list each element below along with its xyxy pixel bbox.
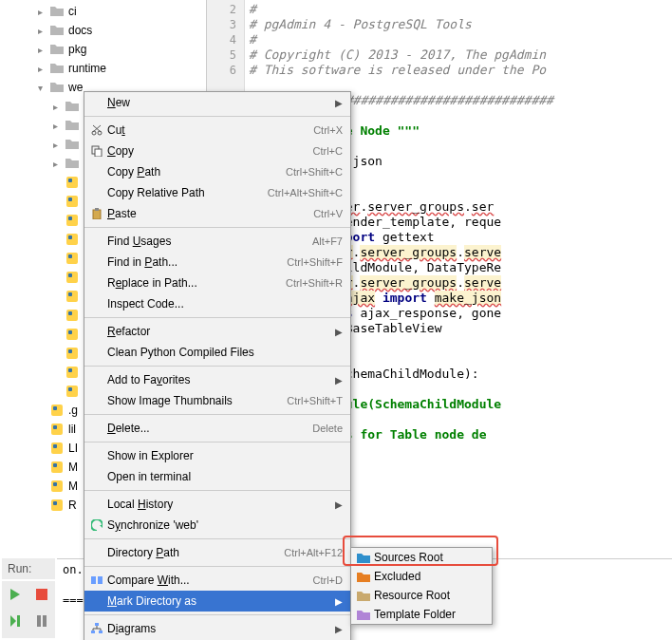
submenu-item-label: Sources Root <box>374 551 443 564</box>
svg-rect-3 <box>68 198 72 201</box>
menu-item-label: Compare With... <box>107 574 306 587</box>
menu-clean-python-compiled-files[interactable]: Clean Python Compiled Files <box>84 342 350 363</box>
python-file-icon <box>49 403 65 418</box>
menu-find-in-path-[interactable]: Find in Path...Ctrl+Shift+F <box>84 252 350 273</box>
menu-copy-path[interactable]: Copy PathCtrl+Shift+C <box>84 161 350 182</box>
menu-item-label: Inspect Code... <box>107 297 343 311</box>
svg-rect-51 <box>36 589 47 600</box>
menu-mark-directory-as[interactable]: Mark Directory as▶ <box>84 591 350 612</box>
sync-icon <box>88 518 105 533</box>
menu-show-image-thumbnails[interactable]: Show Image ThumbnailsCtrl+Shift+T <box>84 390 350 411</box>
svg-rect-21 <box>68 368 72 372</box>
run-pause-icon[interactable] <box>30 610 53 632</box>
python-file-icon <box>65 175 80 190</box>
svg-rect-19 <box>68 349 72 353</box>
run-panel-label: Run: <box>2 558 55 579</box>
submenu-item-label: Template Folder <box>374 608 456 621</box>
submenu-sources-root[interactable]: Sources Root <box>351 548 492 567</box>
menu-local-history[interactable]: Local History▶ <box>84 494 350 515</box>
mark-directory-submenu[interactable]: Sources RootExcludedResource RootTemplat… <box>350 547 493 625</box>
menu-cut[interactable]: CutCtrl+X <box>84 120 350 141</box>
svg-rect-14 <box>66 310 78 321</box>
svg-rect-6 <box>66 234 78 245</box>
menu-item-label: Paste <box>107 207 306 220</box>
python-file-icon <box>49 441 65 456</box>
menu-refactor[interactable]: Refactor▶ <box>84 321 350 342</box>
svg-rect-15 <box>68 311 72 315</box>
menu-find-usages[interactable]: Find UsagesAlt+F7 <box>84 231 350 252</box>
folder-icon <box>65 156 80 171</box>
diagram-icon <box>88 621 105 636</box>
python-file-icon <box>65 365 80 380</box>
menu-directory-path[interactable]: Directory PathCtrl+Alt+F12 <box>84 542 350 563</box>
submenu-arrow-icon: ▶ <box>335 596 343 607</box>
python-file-icon <box>65 213 80 228</box>
menu-show-in-explorer[interactable]: Show in Explorer <box>84 445 350 466</box>
run-step-icon[interactable] <box>4 610 27 632</box>
svg-rect-41 <box>95 208 99 211</box>
copy-icon <box>88 143 105 159</box>
svg-rect-0 <box>66 177 78 188</box>
menu-item-label: Synchronize 'web' <box>107 518 343 532</box>
svg-rect-1 <box>68 179 72 182</box>
menu-diagrams[interactable]: Diagrams▶ <box>84 618 350 639</box>
menu-item-label: Show in Explorer <box>107 449 343 462</box>
context-menu[interactable]: New▶CutCtrl+XCopyCtrl+CCopy PathCtrl+Shi… <box>84 91 351 640</box>
menu-item-label: Mark Directory as <box>107 594 331 608</box>
shortcut-label: Ctrl+Shift+F <box>287 256 343 268</box>
svg-rect-33 <box>53 482 57 486</box>
tree-node[interactable]: ▸docs <box>0 21 206 40</box>
svg-rect-35 <box>53 501 57 505</box>
menu-item-label: Refactor <box>107 325 331 338</box>
shortcut-label: Alt+F7 <box>312 235 343 247</box>
menu-paste[interactable]: PasteCtrl+V <box>84 203 350 224</box>
svg-rect-50 <box>17 615 20 627</box>
menu-synchronize-web-[interactable]: Synchronize 'web' <box>84 515 350 536</box>
python-file-icon <box>49 422 65 437</box>
folder-icon <box>65 118 80 133</box>
run-stop-icon[interactable] <box>30 583 53 606</box>
menu-open-in-terminal[interactable]: Open in terminal <box>84 466 350 487</box>
menu-add-to-favorites[interactable]: Add to Favorites▶ <box>84 369 350 390</box>
shortcut-label: Ctrl+Shift+T <box>287 395 343 406</box>
svg-rect-43 <box>98 576 103 584</box>
menu-inspect-code-[interactable]: Inspect Code... <box>84 293 350 314</box>
svg-rect-42 <box>91 576 96 584</box>
menu-item-label: Find in Path... <box>107 255 279 269</box>
svg-rect-9 <box>68 254 72 258</box>
tree-node[interactable]: ▸pkg <box>0 40 206 59</box>
svg-rect-53 <box>43 615 47 627</box>
shortcut-label: Ctrl+D <box>313 574 343 586</box>
submenu-template-folder[interactable]: Template Folder <box>351 605 492 624</box>
menu-replace-in-path-[interactable]: Replace in Path...Ctrl+Shift+R <box>84 273 350 293</box>
svg-rect-16 <box>66 329 78 340</box>
run-play-icon[interactable] <box>4 583 27 606</box>
tree-node[interactable]: ▸ci <box>0 2 206 21</box>
shortcut-label: Ctrl+Shift+R <box>286 277 343 289</box>
folder-color-icon <box>355 608 372 621</box>
menu-item-label: Cut <box>107 123 306 137</box>
submenu-arrow-icon: ▶ <box>335 327 343 337</box>
submenu-excluded[interactable]: Excluded <box>351 567 492 586</box>
menu-compare-with-[interactable]: Compare With...Ctrl+D <box>84 570 350 591</box>
menu-copy-relative-path[interactable]: Copy Relative PathCtrl+Alt+Shift+C <box>84 182 350 203</box>
python-file-icon <box>65 251 80 266</box>
svg-rect-12 <box>66 291 78 302</box>
tree-node[interactable]: ▸runtime <box>0 59 206 78</box>
folder-color-icon <box>355 570 372 583</box>
svg-rect-32 <box>51 480 63 492</box>
menu-copy[interactable]: CopyCtrl+C <box>84 141 350 161</box>
svg-rect-31 <box>53 463 57 467</box>
shortcut-label: Ctrl+Alt+F12 <box>284 547 343 558</box>
menu-delete-[interactable]: Delete...Delete <box>84 418 350 439</box>
svg-rect-23 <box>68 387 72 391</box>
menu-new[interactable]: New▶ <box>84 92 350 113</box>
menu-item-label: Show Image Thumbnails <box>107 394 279 407</box>
svg-rect-10 <box>66 272 78 283</box>
submenu-resource-root[interactable]: Resource Root <box>351 586 492 605</box>
svg-marker-49 <box>10 615 16 627</box>
svg-rect-18 <box>66 348 78 359</box>
svg-rect-20 <box>66 367 78 378</box>
menu-item-label: Copy Relative Path <box>107 186 260 199</box>
shortcut-label: Ctrl+V <box>313 208 343 219</box>
